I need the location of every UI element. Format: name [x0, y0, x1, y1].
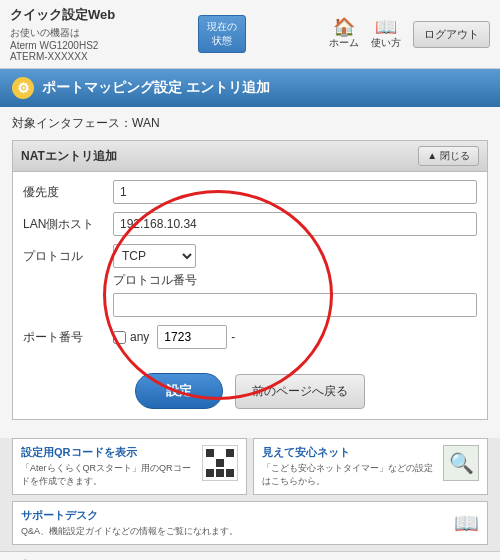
support-card-content: サポートデスク Q&A、機能設定ガイドなどの情報をご覧になれます。: [21, 508, 448, 538]
nat-box-title: NATエントリ追加: [21, 148, 117, 165]
protocol-select[interactable]: TCP UDP TCP/UDP: [113, 244, 196, 268]
protocol-label: プロトコル: [23, 248, 113, 265]
header-center: 現在の状態: [198, 15, 246, 53]
support-card-desc: Q&A、機能設定ガイドなどの情報をご覧になれます。: [21, 525, 448, 538]
priority-row: 優先度: [23, 180, 477, 204]
protocol-row1: プロトコル TCP UDP TCP/UDP: [23, 244, 477, 268]
content-area: 対象インタフェース：WAN NATエントリ追加 ▲ 閉じる 優先度 LAN側ホス…: [0, 107, 500, 438]
home-nav[interactable]: 🏠 ホーム: [329, 18, 359, 50]
app-title: クイック設定Web: [10, 6, 115, 24]
anzen-card-content: 見えて安心ネット 「こども安心ネットタイマー」などの設定はこちらから。: [262, 445, 437, 488]
target-interface: 対象インタフェース：WAN: [12, 115, 488, 132]
port-row: ポート番号 any -: [23, 325, 477, 349]
usage-nav[interactable]: 📖 使い方: [371, 18, 401, 50]
lan-host-row: LAN側ホスト: [23, 212, 477, 236]
port-label: ポート番号: [23, 329, 113, 346]
buttons-row: 設定 前のページへ戻る: [13, 365, 487, 419]
support-card-title: サポートデスク: [21, 508, 448, 523]
qr-card-title: 設定用QRコードを表示: [21, 445, 196, 460]
lan-host-input[interactable]: [113, 212, 477, 236]
header: クイック設定Web お使いの機器は Aterm WG1200HS2 ATERM-…: [0, 0, 500, 69]
nat-box-header: NATエントリ追加 ▲ 閉じる: [13, 141, 487, 172]
protocol-number-label: プロトコル番号: [113, 272, 197, 289]
page-title-bar: ⚙ ポートマッピング設定 エントリ追加: [0, 69, 500, 107]
port-range-dash: -: [231, 330, 235, 344]
port-input[interactable]: [157, 325, 227, 349]
priority-label: 優先度: [23, 184, 113, 201]
qr-icon: [202, 445, 238, 481]
lan-host-label: LAN側ホスト: [23, 216, 113, 233]
qr-card-content: 設定用QRコードを表示 「AterらくらくQRスタート」用のQRコードを作成でき…: [21, 445, 196, 488]
header-subtitle: お使いの機器は Aterm WG1200HS2 ATERM-XXXXXX: [10, 26, 115, 62]
anzen-card-title: 見えて安心ネット: [262, 445, 437, 460]
support-row: サポートデスク Q&A、機能設定ガイドなどの情報をご覧になれます。 📖: [0, 501, 500, 551]
shield-icon: 🔍: [443, 445, 479, 481]
page-title: ポートマッピング設定 エントリ追加: [42, 79, 270, 97]
header-right: 🏠 ホーム 📖 使い方 ログアウト: [329, 18, 490, 50]
protocol-row2: プロトコル番号: [23, 272, 477, 289]
protocol-number-input-row: [113, 293, 477, 317]
footer-nav: 🏠 ホーム 📖 使い方 ログアウト: [0, 551, 500, 560]
current-status-button[interactable]: 現在の状態: [198, 15, 246, 53]
support-card[interactable]: サポートデスク Q&A、機能設定ガイドなどの情報をご覧になれます。 📖: [12, 501, 488, 545]
bottom-cards: 設定用QRコードを表示 「AterらくらくQRスタート」用のQRコードを作成でき…: [0, 438, 500, 501]
qr-card-desc: 「AterらくらくQRスタート」用のQRコードを作成できます。: [21, 462, 196, 488]
protocol-number-input[interactable]: [113, 293, 477, 317]
qr-card[interactable]: 設定用QRコードを表示 「AterらくらくQRスタート」用のQRコードを作成でき…: [12, 438, 247, 495]
set-button[interactable]: 設定: [135, 373, 223, 409]
book-icon: 📖: [375, 18, 397, 36]
nat-box: NATエントリ追加 ▲ 閉じる 優先度 LAN側ホスト プロトコル: [12, 140, 488, 420]
priority-input[interactable]: [113, 180, 477, 204]
gear-icon: ⚙: [12, 77, 34, 99]
book-support-icon: 📖: [454, 511, 479, 535]
header-left: クイック設定Web お使いの機器は Aterm WG1200HS2 ATERM-…: [10, 6, 115, 62]
form-area: 優先度 LAN側ホスト プロトコル TCP UDP TCP/UDP: [13, 172, 487, 365]
home-icon: 🏠: [333, 18, 355, 36]
collapse-button[interactable]: ▲ 閉じる: [418, 146, 479, 166]
logout-button[interactable]: ログアウト: [413, 21, 490, 48]
port-any-label: any: [130, 330, 149, 344]
back-button[interactable]: 前のページへ戻る: [235, 374, 365, 409]
anzen-card[interactable]: 見えて安心ネット 「こども安心ネットタイマー」などの設定はこちらから。 🔍: [253, 438, 488, 495]
protocol-section: プロトコル TCP UDP TCP/UDP プロトコル番号: [23, 244, 477, 317]
port-any-checkbox[interactable]: [113, 331, 126, 344]
anzen-card-desc: 「こども安心ネットタイマー」などの設定はこちらから。: [262, 462, 437, 488]
